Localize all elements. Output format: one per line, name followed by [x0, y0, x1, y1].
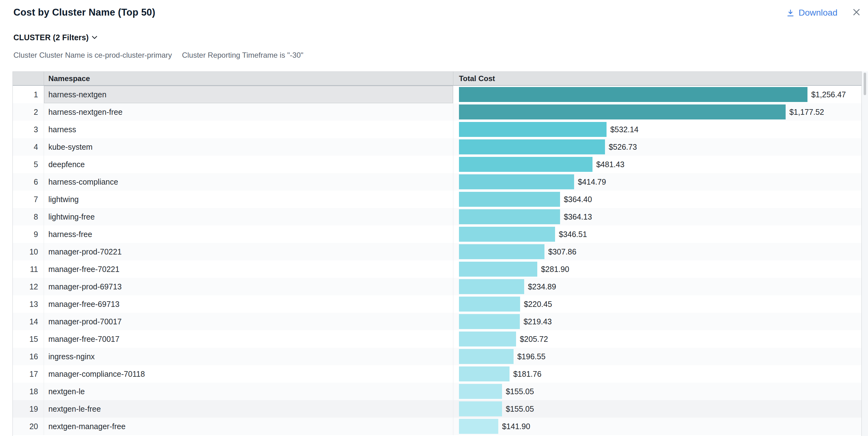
cost-bar [459, 87, 807, 102]
namespace-cell[interactable]: manager-prod-70017 [44, 313, 453, 330]
table-row[interactable]: 17manager-compliance-70118$181.76 [13, 365, 862, 383]
filter-group-toggle[interactable]: CLUSTER (2 Filters) [13, 33, 97, 42]
column-header-index [13, 72, 44, 85]
table-row[interactable]: 16ingress-nginx$196.55 [13, 348, 862, 365]
row-rank: 19 [13, 400, 44, 417]
table-row[interactable]: 18nextgen-le$155.05 [13, 383, 862, 400]
total-cost-cell[interactable]: $307.86 [453, 243, 862, 260]
total-cost-cell[interactable]: $526.73 [453, 138, 862, 156]
row-rank: 7 [13, 191, 44, 208]
cost-value-label: $532.14 [610, 125, 638, 134]
download-label: Download [799, 8, 837, 18]
table-row[interactable]: 3harness$532.14 [13, 121, 862, 138]
namespace-cell[interactable]: nextgen-le-free [44, 400, 453, 417]
table-row[interactable]: 10manager-prod-70221$307.86 [13, 243, 862, 260]
total-cost-cell[interactable]: $155.05 [453, 400, 862, 417]
table-row[interactable]: 12manager-prod-69713$234.89 [13, 278, 862, 295]
namespace-cell[interactable]: harness [44, 121, 453, 138]
namespace-cell[interactable]: manager-prod-70221 [44, 243, 453, 260]
total-cost-cell[interactable]: $1,256.47 [453, 86, 862, 103]
cost-value-label: $220.45 [524, 300, 552, 309]
namespace-cell[interactable]: manager-free-69713 [44, 295, 453, 313]
total-cost-cell[interactable]: $364.40 [453, 191, 862, 208]
table-row[interactable]: 5deepfence$481.43 [13, 156, 862, 173]
table-row[interactable]: 15manager-free-70017$205.72 [13, 330, 862, 348]
total-cost-cell[interactable]: $281.90 [453, 260, 862, 278]
cost-value-label: $414.79 [578, 178, 606, 187]
table-row[interactable]: 7lightwing$364.40 [13, 191, 862, 208]
cost-value-label: $196.55 [517, 352, 546, 361]
namespace-cell[interactable]: lightwing [44, 191, 453, 208]
cost-value-label: $234.89 [528, 282, 556, 291]
cost-value-label: $155.05 [506, 405, 534, 413]
table-row[interactable]: 1harness-nextgen$1,256.47 [13, 86, 862, 103]
cost-bar [459, 227, 555, 242]
filter-chip-timeframe[interactable]: Cluster Reporting Timeframe is "-30" [182, 51, 303, 60]
namespace-cell[interactable]: harness-free [44, 225, 453, 243]
namespace-cell[interactable]: manager-free-70221 [44, 260, 453, 278]
table-row[interactable]: 19nextgen-le-free$155.05 [13, 400, 862, 417]
total-cost-cell[interactable]: $205.72 [453, 330, 862, 348]
namespace-cell[interactable]: nextgen-le [44, 383, 453, 400]
row-rank: 14 [13, 313, 44, 330]
table-row[interactable]: 6harness-compliance$414.79 [13, 173, 862, 191]
cost-bar [459, 192, 560, 207]
total-cost-cell[interactable]: $532.14 [453, 121, 862, 138]
namespace-cell[interactable]: harness-nextgen [44, 86, 453, 103]
filter-chip-cluster-name[interactable]: Cluster Cluster Name is ce-prod-cluster-… [13, 51, 172, 60]
table-row[interactable]: 9harness-free$346.51 [13, 225, 862, 243]
total-cost-cell[interactable]: $414.79 [453, 173, 862, 191]
row-rank: 10 [13, 243, 44, 260]
cost-bar [459, 349, 514, 364]
namespace-cell[interactable]: harness-nextgen-free [44, 103, 453, 121]
namespace-cell[interactable]: nextgen-manager-free [44, 417, 453, 435]
table-row[interactable]: 13manager-free-69713$220.45 [13, 295, 862, 313]
cost-value-label: $141.90 [502, 422, 530, 431]
total-cost-cell[interactable]: $219.43 [453, 313, 862, 330]
download-button[interactable]: Download [786, 8, 837, 18]
table-row[interactable]: 14manager-prod-70017$219.43 [13, 313, 862, 330]
chevron-down-icon [92, 35, 97, 40]
total-cost-cell[interactable]: $196.55 [453, 348, 862, 365]
row-rank: 6 [13, 173, 44, 191]
namespace-cell[interactable]: deepfence [44, 156, 453, 173]
cost-value-label: $219.43 [524, 317, 552, 326]
namespace-cell[interactable]: lightwing-free [44, 208, 453, 225]
row-rank: 16 [13, 348, 44, 365]
table-row[interactable]: 4kube-system$526.73 [13, 138, 862, 156]
scrollbar-thumb[interactable] [864, 73, 866, 95]
namespace-cell[interactable]: manager-free-70017 [44, 330, 453, 348]
column-header-namespace: Namespace [44, 72, 453, 85]
close-button[interactable] [851, 7, 862, 18]
table-row[interactable]: 20nextgen-manager-free$141.90 [13, 417, 862, 435]
row-rank: 11 [13, 260, 44, 278]
total-cost-cell[interactable]: $1,177.52 [453, 103, 862, 121]
namespace-cell[interactable]: harness-compliance [44, 173, 453, 191]
namespace-cell[interactable]: manager-compliance-70118 [44, 365, 453, 383]
namespace-cell[interactable]: manager-prod-69713 [44, 278, 453, 295]
total-cost-cell[interactable]: $364.13 [453, 208, 862, 225]
total-cost-cell[interactable]: $220.45 [453, 295, 862, 313]
row-rank: 17 [13, 365, 44, 383]
cost-value-label: $481.43 [596, 160, 624, 169]
row-rank: 8 [13, 208, 44, 225]
table-row[interactable]: 11manager-free-70221$281.90 [13, 260, 862, 278]
total-cost-cell[interactable]: $234.89 [453, 278, 862, 295]
table-body: 1harness-nextgen$1,256.472harness-nextge… [13, 86, 862, 435]
titlebar-actions: Download [786, 7, 862, 18]
vertical-scrollbar[interactable] [862, 71, 868, 436]
total-cost-cell[interactable]: $181.76 [453, 365, 862, 383]
row-rank: 20 [13, 417, 44, 435]
total-cost-cell[interactable]: $346.51 [453, 225, 862, 243]
table-row[interactable]: 8lightwing-free$364.13 [13, 208, 862, 225]
column-header-total-cost: Total Cost [453, 72, 862, 85]
total-cost-cell[interactable]: $141.90 [453, 417, 862, 435]
cost-value-label: $364.13 [564, 212, 592, 221]
total-cost-cell[interactable]: $481.43 [453, 156, 862, 173]
total-cost-cell[interactable]: $155.05 [453, 383, 862, 400]
cost-bar [459, 262, 537, 277]
table-row[interactable]: 2harness-nextgen-free$1,177.52 [13, 103, 862, 121]
namespace-cell[interactable]: kube-system [44, 138, 453, 156]
cost-table: Namespace Total Cost 1harness-nextgen$1,… [12, 71, 868, 436]
namespace-cell[interactable]: ingress-nginx [44, 348, 453, 365]
